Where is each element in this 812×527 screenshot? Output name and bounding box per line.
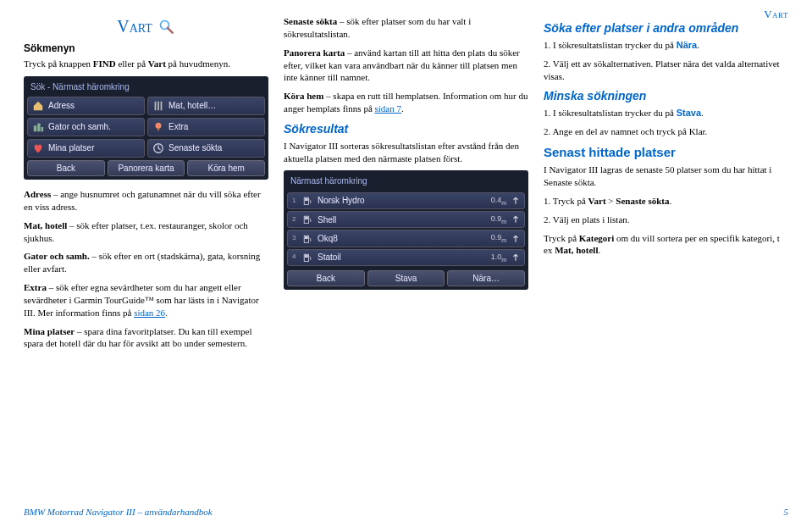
result-name: Shell [318,214,486,226]
sokresultat-heading: Sökresultat [284,121,528,137]
result-index: 2 [292,215,297,225]
svg-rect-7 [41,127,44,131]
screenshot-results: Närmast häromkring 1Norsk Hydro0.4m2Shel… [284,170,528,290]
result-name: Norsk Hydro [318,195,486,207]
svg-line-1 [168,27,173,32]
btn-mina-platser[interactable]: Mina platser [27,139,145,158]
magnifier-icon [158,19,175,36]
btn-adress[interactable]: Adress [27,97,145,115]
step-2-ange: 2. Ange en del av namnet och tryck på Kl… [544,125,788,138]
btn-kora-hem[interactable]: Köra hem [187,160,265,177]
heart-icon [32,142,44,154]
house-icon [32,100,44,112]
svg-rect-13 [305,217,308,219]
btn-gator[interactable]: Gator och samh. [27,118,145,136]
svg-rect-15 [305,236,308,239]
result-row[interactable]: 2Shell0.9m [287,211,525,228]
fuel-icon [302,252,312,263]
section-header-row: Vart [24,15,268,38]
running-header: Vart [764,7,788,22]
arrow-icon [511,215,520,224]
para-adress: Adress – ange husnumret och gatunamnet n… [24,188,268,214]
column-1: Vart Sökmenyn Tryck på knappen FIND elle… [24,15,268,490]
heading-minska: Minska sökningen [544,88,788,104]
section-heading: Vart [117,15,152,38]
result-distance: 1.0m [491,252,506,264]
para-kategori: Tryck på Kategori om du vill sortera per… [544,232,788,258]
btn-extra[interactable]: Extra [147,118,265,136]
result-row[interactable]: 1Norsk Hydro0.4m [287,192,525,209]
btn-mat-hotell[interactable]: Mat, hotell… [147,97,265,115]
para-gator: Gator och samh. – sök efter en ort (stad… [24,250,268,275]
arrow-icon [511,253,520,262]
svg-rect-3 [157,101,159,110]
result-index: 1 [292,197,297,206]
screenshot-title-2: Närmast häromkring [287,174,525,191]
result-row[interactable]: 4Statoil1.0m [287,249,525,266]
svg-rect-6 [37,123,41,131]
fuel-icon [302,196,312,206]
btn-stava[interactable]: Stava [367,270,445,287]
svg-rect-17 [305,255,308,258]
result-index: 3 [292,234,297,243]
cutlery-icon [152,100,164,112]
heading-other-areas: Söka efter platser i andra områden [544,20,788,36]
column-3: Söka efter platser i andra områden 1. I … [544,15,788,490]
balloon-icon [152,121,164,133]
page-number: 5 [784,506,789,519]
buildings-icon [32,121,44,133]
result-distance: 0.9m [491,232,506,244]
btn-senaste-sokta[interactable]: Senaste sökta [147,139,265,158]
arrow-icon [511,197,520,205]
column-2: Senaste sökta – sök efter platser som du… [284,15,528,490]
page-columns: Vart Sökmenyn Tryck på knappen FIND elle… [24,15,788,490]
svg-rect-5 [34,125,37,131]
step-1-nara: 1. I sökresultatslistan trycker du på Nä… [544,39,788,52]
svg-rect-4 [161,101,163,110]
sokmenyn-heading: Sökmenyn [24,42,268,55]
btn-nara[interactable]: Nära… [447,270,525,287]
result-distance: 0.4m [491,195,506,207]
footer-title: BMW Motorrad Navigator III – användarhan… [24,506,213,519]
svg-rect-2 [155,101,157,110]
para-mina: Mina platser – spara dina favoritplatser… [24,325,268,351]
para-mat: Mat, hotell – sök efter platser, t.ex. r… [24,219,268,245]
para-panorera: Panorera karta – använd kartan till att … [284,47,528,85]
para-extra: Extra – sök efter egna sevärdheter som d… [24,281,268,319]
sokmenyn-intro: Tryck på knappen FIND eller på Vart på h… [24,58,268,70]
screenshot-title: Sök - Närmast häromkring [27,80,265,97]
senast-body: I Navigator III lagras de senaste 50 pla… [544,164,788,189]
para-senaste: Senaste sökta – sök efter platser som du… [284,15,528,41]
step-1-stava: 1. I sökresultatslistan trycker du på St… [544,107,788,119]
result-distance: 0.9m [491,214,506,225]
fuel-icon [302,234,312,244]
btn-back-2[interactable]: Back [287,270,365,287]
step-2-valj-plats: 2. Välj en plats i listan. [544,214,788,226]
para-kora-hem: Köra hem – skapa en rutt till hemplatsen… [284,90,528,115]
btn-panorera[interactable]: Panorera karta [108,160,185,177]
btn-back[interactable]: Back [27,160,105,177]
result-name: Okq8 [318,233,486,245]
fuel-icon [302,214,312,225]
sokresultat-body: I Navigator III sorteras sökresultatslis… [284,140,528,165]
link-sidan-7[interactable]: sidan 7 [375,103,401,114]
footer: BMW Motorrad Navigator III – användarhan… [24,506,788,519]
result-index: 4 [292,252,297,262]
arrow-icon [511,235,520,243]
result-name: Statoil [318,252,486,264]
step-1-vart-senaste: 1. Tryck på Vart > Senaste sökta. [544,195,788,208]
link-sidan-26[interactable]: sidan 26 [134,308,165,318]
heading-senast-hittade: Senast hittade platser [544,144,788,161]
svg-point-8 [156,122,162,128]
svg-rect-11 [305,198,308,201]
step-2-valj: 2. Välj ett av sökalternativen. Platser … [544,58,788,83]
screenshot-search-menu: Sök - Närmast häromkring Adress Mat, hot… [24,76,268,180]
result-row[interactable]: 3Okq80.9m [287,230,525,247]
clock-icon [152,142,164,154]
